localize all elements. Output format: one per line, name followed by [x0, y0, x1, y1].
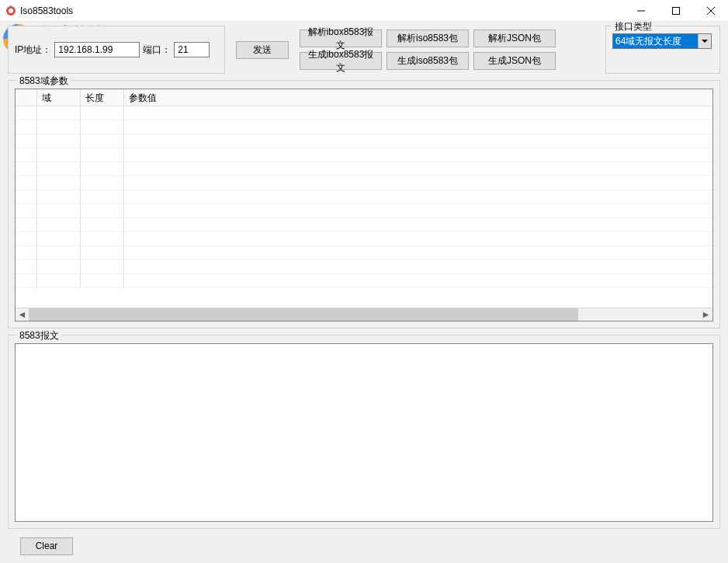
- message-group: 8583报文: [8, 335, 720, 529]
- close-button[interactable]: [693, 0, 728, 22]
- field-params-legend: 8583域参数: [16, 75, 71, 88]
- message-legend: 8583报文: [16, 329, 62, 342]
- svg-rect-2: [10, 5, 12, 8]
- table-row[interactable]: [16, 274, 712, 288]
- maximize-button[interactable]: [658, 0, 693, 22]
- table-row[interactable]: [16, 204, 712, 218]
- interface-type-selected: 64域无报文长度: [613, 34, 698, 48]
- params-grid-body[interactable]: [16, 106, 712, 308]
- gen-ibox-button[interactable]: 生成ibox8583报文: [300, 52, 382, 70]
- clear-button[interactable]: Clear: [20, 537, 73, 555]
- params-grid[interactable]: 域 长度 参数值 ◄ ►: [15, 89, 713, 321]
- top-controls-row: IP地址： 端口： 发送 解析ibox8583报文 解析iso8583包 解析J…: [8, 26, 720, 74]
- interface-type-combo[interactable]: 64域无报文长度: [612, 33, 712, 49]
- table-row[interactable]: [16, 246, 712, 260]
- table-row[interactable]: [16, 190, 712, 204]
- table-row[interactable]: [16, 120, 712, 134]
- col-header-value[interactable]: 参数值: [124, 89, 712, 106]
- app-icon: [5, 5, 17, 17]
- chevron-down-icon: [698, 34, 711, 48]
- parse-iso-button[interactable]: 解析iso8583包: [387, 30, 469, 47]
- parse-json-button[interactable]: 解析JSON包: [473, 30, 556, 47]
- table-row[interactable]: [16, 106, 712, 120]
- titlebar: Iso8583tools: [0, 0, 728, 22]
- params-grid-header: 域 长度 参数值: [16, 89, 712, 106]
- col-header-field[interactable]: 域: [37, 89, 81, 106]
- port-input[interactable]: [174, 42, 210, 57]
- table-row[interactable]: [16, 218, 712, 232]
- horizontal-scrollbar[interactable]: ◄ ►: [16, 308, 712, 321]
- table-row[interactable]: [16, 162, 712, 176]
- scrollbar-track[interactable]: [29, 308, 699, 321]
- svg-point-1: [9, 9, 13, 13]
- send-button[interactable]: 发送: [236, 41, 289, 59]
- gen-json-button[interactable]: 生成JSON包: [473, 52, 556, 70]
- message-textarea[interactable]: [15, 343, 713, 522]
- window-controls: [623, 0, 728, 21]
- gen-iso-button[interactable]: 生成iso8583包: [387, 52, 469, 70]
- table-row[interactable]: [16, 148, 712, 162]
- ip-port-group: IP地址： 端口：: [8, 26, 225, 74]
- client-area: IP地址： 端口： 发送 解析ibox8583报文 解析iso8583包 解析J…: [0, 22, 728, 563]
- bottom-row: Clear: [8, 535, 720, 557]
- action-buttons-grid: 解析ibox8583报文 解析iso8583包 解析JSON包 生成ibox85…: [300, 26, 556, 74]
- table-row[interactable]: [16, 260, 712, 274]
- field-params-group: 8583域参数 域 长度 参数值: [8, 80, 720, 328]
- ip-input[interactable]: [54, 42, 140, 57]
- scroll-left-icon[interactable]: ◄: [16, 308, 29, 321]
- send-column: 发送: [230, 26, 295, 74]
- col-header-blank[interactable]: [16, 89, 37, 106]
- table-row[interactable]: [16, 134, 712, 148]
- scrollbar-thumb[interactable]: [29, 308, 578, 321]
- parse-ibox-button[interactable]: 解析ibox8583报文: [300, 30, 382, 47]
- interface-type-group: 接口类型 64域无报文长度: [605, 26, 720, 74]
- svg-marker-7: [702, 40, 708, 43]
- interface-type-legend: 接口类型: [612, 20, 654, 33]
- minimize-button[interactable]: [623, 0, 658, 22]
- ip-label: IP地址：: [15, 43, 51, 57]
- svg-rect-4: [672, 8, 679, 15]
- port-label: 端口：: [143, 43, 171, 57]
- window-title: Iso8583tools: [20, 5, 623, 16]
- table-row[interactable]: [16, 232, 712, 246]
- col-header-length[interactable]: 长度: [81, 89, 124, 106]
- table-row[interactable]: [16, 176, 712, 190]
- scroll-right-icon[interactable]: ►: [699, 308, 712, 321]
